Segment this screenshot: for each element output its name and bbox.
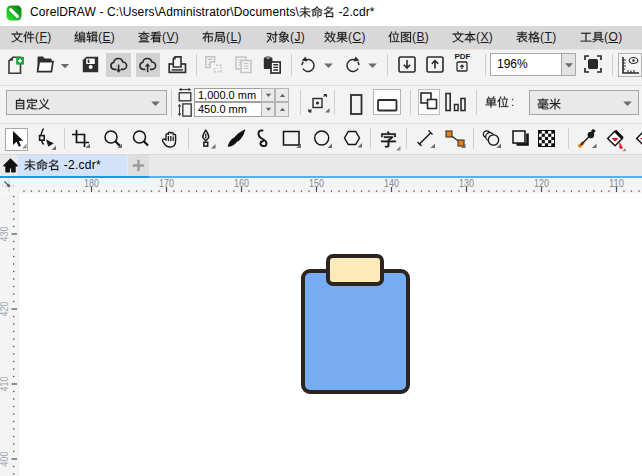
- svg-text:400: 400: [0, 451, 10, 466]
- svg-text:410: 410: [0, 376, 10, 391]
- svg-text:430: 430: [0, 226, 10, 241]
- svg-text:420: 420: [0, 301, 10, 316]
